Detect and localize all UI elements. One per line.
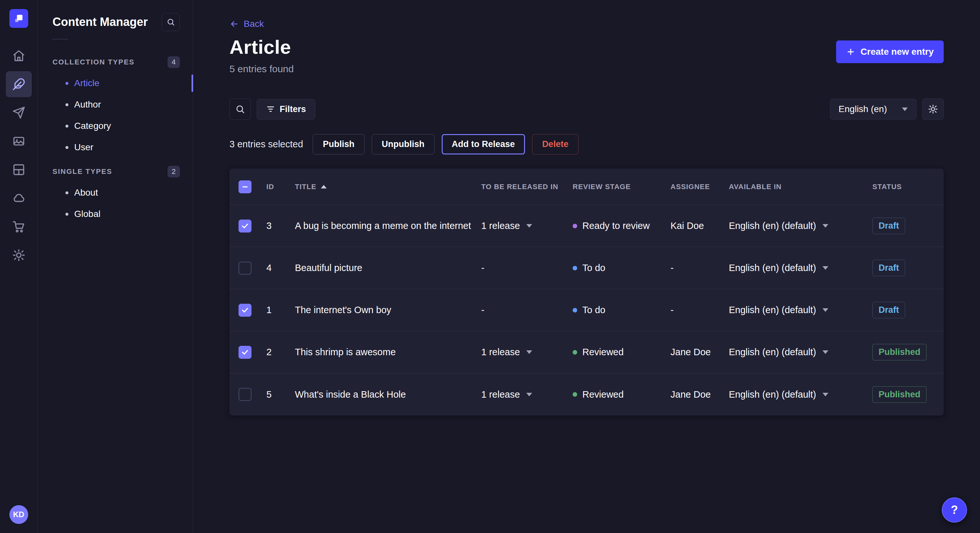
table-row[interactable]: 5 What's inside a Black Hole 1 release R… <box>229 373 944 416</box>
sort-ascending-icon <box>321 185 327 189</box>
cell-review-stage: Ready to review <box>573 220 670 231</box>
row-checkbox[interactable] <box>239 262 251 274</box>
cell-available-in[interactable]: English (en) (default) <box>729 389 872 400</box>
cell-available-in[interactable]: English (en) (default) <box>729 305 872 316</box>
marketplace-icon[interactable] <box>6 214 32 240</box>
sidebar-item-article[interactable]: Article <box>38 73 193 94</box>
home-icon[interactable] <box>6 43 32 69</box>
cloud-icon[interactable] <box>6 185 32 211</box>
cell-title: A bug is becoming a meme on the internet <box>295 220 481 231</box>
add-to-release-button[interactable]: Add to Release <box>442 134 525 154</box>
status-badge: Draft <box>872 217 905 234</box>
create-new-entry-button[interactable]: Create new entry <box>836 40 944 63</box>
sidebar-item-label: Author <box>74 99 101 110</box>
bullet-icon <box>65 146 68 149</box>
sidebar-search-button[interactable] <box>162 13 180 31</box>
app-root: KD Content Manager COLLECTION TYPES 4 Ar… <box>0 0 980 533</box>
chevron-down-icon <box>526 351 532 354</box>
sidebar-item-global[interactable]: Global <box>38 203 193 225</box>
chevron-down-icon <box>822 224 828 228</box>
cell-release[interactable]: - <box>481 263 573 273</box>
chevron-down-icon <box>526 224 532 228</box>
chevron-down-icon <box>526 393 532 397</box>
cell-review-stage: Reviewed <box>573 389 670 400</box>
media-library-icon[interactable] <box>6 128 32 154</box>
sidebar-item-label: About <box>74 187 98 198</box>
col-header-status: STATUS <box>872 182 937 191</box>
table-row[interactable]: 1 The internet's Own boy - To do - Engli… <box>229 289 944 331</box>
row-checkbox[interactable] <box>239 388 251 401</box>
cell-title: The internet's Own boy <box>295 305 481 316</box>
cell-release[interactable]: 1 release <box>481 389 573 400</box>
bullet-icon <box>65 82 68 85</box>
search-button[interactable] <box>229 98 251 120</box>
filters-button[interactable]: Filters <box>257 99 315 119</box>
cell-assignee: - <box>670 263 729 273</box>
arrow-left-icon <box>229 19 239 29</box>
section-label: SINGLE TYPES <box>52 167 112 176</box>
section-head: SINGLE TYPES 2 <box>38 161 193 182</box>
cell-release[interactable]: - <box>481 305 573 316</box>
strapi-logo[interactable] <box>10 9 28 28</box>
review-stage-dot <box>573 392 577 397</box>
content-manager-icon[interactable] <box>6 71 32 97</box>
cell-title: Beautiful picture <box>295 263 481 273</box>
strapi-logo-icon <box>13 13 24 24</box>
avatar[interactable]: KD <box>10 505 28 524</box>
cell-review-stage: To do <box>573 263 670 273</box>
chevron-down-icon <box>822 351 828 354</box>
plus-icon <box>846 47 855 56</box>
table-row[interactable]: 4 Beautiful picture - To do - English (e… <box>229 247 944 289</box>
entries-count: 5 entries found <box>229 63 294 75</box>
locale-select[interactable]: English (en) <box>830 99 916 119</box>
cell-id: 2 <box>266 347 295 357</box>
help-button[interactable]: ? <box>942 497 967 523</box>
cell-release[interactable]: 1 release <box>481 347 573 357</box>
col-header-review-stage: REVIEW STAGE <box>573 182 670 191</box>
cell-id: 1 <box>266 305 295 316</box>
settings-icon[interactable] <box>6 242 32 268</box>
help-icon: ? <box>951 503 958 517</box>
sidebar-item-about[interactable]: About <box>38 182 193 203</box>
section-count-badge: 4 <box>167 56 180 68</box>
content-type-builder-icon[interactable] <box>6 157 32 182</box>
sidebar-item-user[interactable]: User <box>38 136 193 158</box>
back-link[interactable]: Back <box>229 19 264 29</box>
cell-available-in[interactable]: English (en) (default) <box>729 220 872 231</box>
section-count-badge: 2 <box>167 166 180 178</box>
sidebar-item-category[interactable]: Category <box>38 115 193 136</box>
single-types-section: SINGLE TYPES 2 About Global <box>38 161 193 225</box>
unpublish-button[interactable]: Unpublish <box>372 134 434 154</box>
row-checkbox[interactable] <box>239 304 251 317</box>
review-stage-dot <box>573 224 577 228</box>
cell-id: 5 <box>266 389 295 400</box>
cell-release[interactable]: 1 release <box>481 220 573 231</box>
col-header-release: TO BE RELEASED IN <box>481 182 573 191</box>
cell-available-in[interactable]: English (en) (default) <box>729 347 872 357</box>
table-row[interactable]: 3 A bug is becoming a meme on the intern… <box>229 205 944 247</box>
col-header-title[interactable]: TITLE <box>295 182 481 191</box>
select-all-checkbox[interactable] <box>239 180 251 194</box>
table-row[interactable]: 2 This shrimp is awesome 1 release Revie… <box>229 331 944 373</box>
main-content: Back Article 5 entries found Create new … <box>193 0 980 533</box>
cell-available-in[interactable]: English (en) (default) <box>729 263 872 273</box>
delete-button[interactable]: Delete <box>532 134 579 154</box>
col-header-id[interactable]: ID <box>266 182 295 191</box>
releases-icon[interactable] <box>6 100 32 125</box>
section-head: COLLECTION TYPES 4 <box>38 52 193 73</box>
sidebar-item-author[interactable]: Author <box>38 94 193 115</box>
row-checkbox[interactable] <box>239 219 251 233</box>
search-icon <box>167 18 175 26</box>
indeterminate-dash-icon <box>241 182 249 191</box>
entries-table: ID TITLE TO BE RELEASED IN REVIEW STAGE … <box>229 169 944 416</box>
publish-button[interactable]: Publish <box>313 134 364 154</box>
cell-title: This shrimp is awesome <box>295 347 481 357</box>
gear-icon <box>928 104 938 114</box>
review-stage-dot <box>573 350 577 355</box>
collection-types-section: COLLECTION TYPES 4 Article Author Catego… <box>38 52 193 158</box>
cell-assignee: - <box>670 305 729 316</box>
row-checkbox[interactable] <box>239 346 251 359</box>
cell-assignee: Jane Doe <box>670 389 729 400</box>
view-settings-button[interactable] <box>922 98 944 120</box>
cell-id: 4 <box>266 263 295 273</box>
